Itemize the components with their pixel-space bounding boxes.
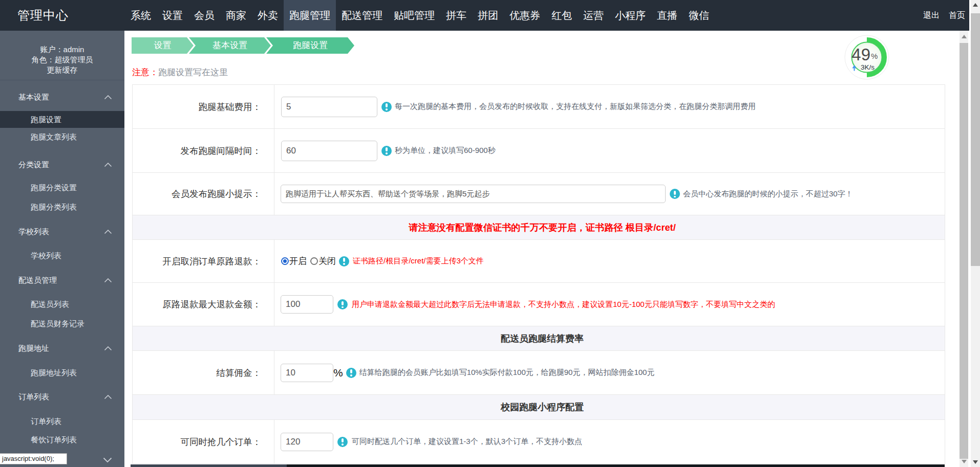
svg-text:49: 49	[851, 45, 870, 64]
svg-text:%: %	[871, 52, 878, 60]
svg-text:3K/s: 3K/s	[861, 63, 875, 71]
